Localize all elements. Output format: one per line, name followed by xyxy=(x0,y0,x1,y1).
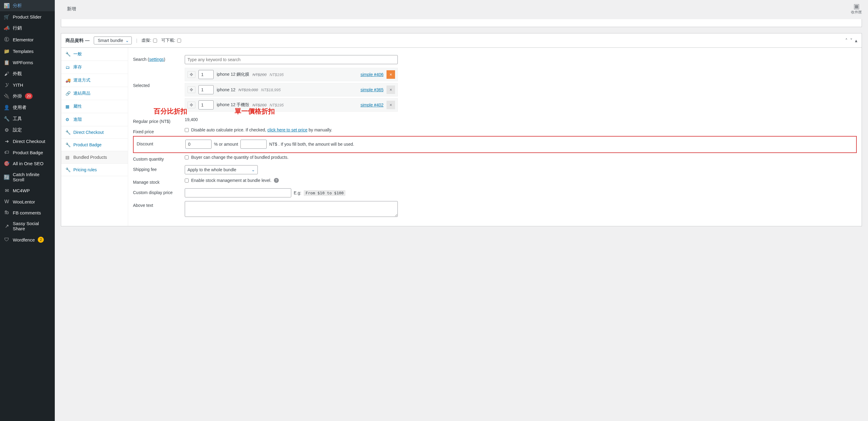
bundle-item-row: ✥ iphone 12 鋼化膜 NT$200 NT$195 simple #40… xyxy=(185,68,398,81)
tab-icon: 🔧 xyxy=(65,142,70,147)
menu-icon: 🔄 xyxy=(4,174,10,180)
sidebar-item[interactable]: ⒺElementor xyxy=(0,34,55,45)
sidebar-item[interactable]: ↗Sassy Social Share xyxy=(0,218,55,234)
panel-tab[interactable]: ▦屬性 xyxy=(61,100,128,113)
remove-button[interactable]: × xyxy=(386,101,395,109)
sidebar-item[interactable]: 📋WPForms xyxy=(0,57,55,68)
shipping-fee-select[interactable]: Apply to the whole bundle ⌄ xyxy=(185,165,258,174)
fixed-price-checkbox[interactable] xyxy=(185,128,189,132)
sidebar-item[interactable]: fbFB comments xyxy=(0,207,55,218)
product-data-postbox: 商品資料 — Smart bundle ⌄ | 虛擬: 可下載: ˄ ˅ ▴ � xyxy=(61,33,862,226)
panel-tab[interactable]: ⚙進階 xyxy=(61,113,128,126)
manage-stock-checkbox[interactable] xyxy=(185,179,189,183)
remove-button[interactable]: × xyxy=(386,86,395,94)
sidebar-item[interactable]: ⚙設定 xyxy=(0,124,55,136)
discount-amount-input[interactable] xyxy=(241,140,267,149)
panel-tab[interactable]: 🔗連結商品 xyxy=(61,87,128,100)
sidebar-item[interactable]: 𝓨YITH xyxy=(0,79,55,90)
sidebar-item[interactable]: 🎯All in One SEO xyxy=(0,158,55,169)
help-icon[interactable]: ? xyxy=(274,178,279,183)
menu-label: Product Badge xyxy=(13,150,43,155)
menu-icon: Ⓔ xyxy=(4,36,10,43)
sidebar-item[interactable]: 🖌外觀 xyxy=(0,68,55,79)
menu-icon: 📊 xyxy=(4,3,10,8)
remove-button[interactable]: × xyxy=(386,70,395,79)
tab-icon: ▤ xyxy=(65,155,70,160)
search-input[interactable] xyxy=(185,55,398,64)
sidebar-item[interactable]: 🔌外掛20 xyxy=(0,90,55,102)
menu-icon: 🖌 xyxy=(4,71,10,77)
admin-sidebar: 📊分析🛒Product Slider📣行銷ⒺElementor📁Template… xyxy=(0,0,55,238)
sidebar-item[interactable]: 🔄Catch Infinite Scroll xyxy=(0,169,55,185)
panel-tabs: 🔧一般🗂庫存🚚運送方式🔗連結商品▦屬性⚙進階🔧Direct Checkout🔧P… xyxy=(61,48,128,226)
drag-handle[interactable]: ✥ xyxy=(187,87,195,93)
custom-quantity-checkbox[interactable] xyxy=(185,156,189,159)
editor-placeholder xyxy=(61,19,862,27)
menu-label: 設定 xyxy=(13,127,22,133)
sidebar-item[interactable]: 🛒Product Slider xyxy=(0,11,55,23)
tab-icon: ⚙ xyxy=(65,117,70,122)
menu-label: Direct Checkout xyxy=(13,139,45,144)
set-price-link[interactable]: click here to set price xyxy=(268,127,308,132)
custom-display-price-label: Custom display price xyxy=(133,188,185,195)
sidebar-item[interactable]: 📊分析 xyxy=(0,0,55,11)
menu-label: YITH xyxy=(13,83,23,88)
downloadable-checkbox[interactable] xyxy=(177,39,181,42)
bundle-item-link[interactable]: simple #365 xyxy=(361,87,384,92)
bundled-products-panel: Search (settings) Selected ✥ iphone 12 鋼… xyxy=(128,48,862,226)
panel-tab[interactable]: 🚚運送方式 xyxy=(61,74,128,87)
custom-display-price-input[interactable] xyxy=(185,188,291,197)
virtual-checkbox[interactable] xyxy=(153,39,157,42)
sidebar-item[interactable]: WWooLentor xyxy=(0,196,55,207)
discount-percent-input[interactable] xyxy=(185,140,212,149)
inbox-button[interactable]: ▣ 收件匣 xyxy=(851,3,862,15)
bundle-item-qty-input[interactable] xyxy=(198,85,214,94)
above-text-textarea[interactable] xyxy=(185,201,398,217)
bundle-item-link[interactable]: simple #406 xyxy=(361,72,384,77)
manage-stock-label: Manage stock xyxy=(133,178,185,185)
product-type-select[interactable]: Smart bundle ⌄ xyxy=(94,36,132,44)
move-down-button[interactable]: ˅ xyxy=(850,38,852,43)
bundle-item-name: iphone 12 xyxy=(217,87,236,92)
panel-tab[interactable]: 🗂庫存 xyxy=(61,61,128,74)
panel-tab[interactable]: 🔧Direct Checkout xyxy=(61,126,128,139)
content-wrap: 新增 ▣ 收件匣 商品資料 — Smart bundle ⌄ | 虛擬: 可下載… xyxy=(55,0,868,238)
menu-icon: 🛒 xyxy=(4,14,10,20)
menu-icon: W xyxy=(4,199,10,204)
toggle-button[interactable]: ▴ xyxy=(855,38,857,43)
tab-label: 一般 xyxy=(73,52,82,57)
panel-tab[interactable]: ▤Bundled Products xyxy=(61,151,128,164)
panel-tab[interactable]: 🔧Pricing rules xyxy=(61,164,128,176)
discount-label: Discount xyxy=(137,140,185,146)
sidebar-item[interactable]: 📣行銷 xyxy=(0,23,55,34)
menu-label: 工具 xyxy=(13,116,22,122)
sidebar-item[interactable]: 🛡Wordfence2 xyxy=(0,234,55,238)
menu-label: Sassy Social Share xyxy=(13,221,51,231)
menu-icon: 𝓨 xyxy=(4,82,10,88)
menu-label: Elementor xyxy=(13,37,33,42)
sidebar-item[interactable]: 🔧工具 xyxy=(0,113,55,124)
regular-price-value: 19,400 xyxy=(185,117,857,122)
menu-label: FB comments xyxy=(13,210,41,215)
postbox-title: 商品資料 — xyxy=(65,38,90,43)
sidebar-item[interactable]: 👤使用者 xyxy=(0,102,55,113)
tab-label: 庫存 xyxy=(73,64,82,70)
bundle-item-link[interactable]: simple #402 xyxy=(361,102,384,107)
bundle-item-qty-input[interactable] xyxy=(198,70,214,79)
menu-icon: 🎯 xyxy=(4,161,10,166)
panel-tab[interactable]: 🔧一般 xyxy=(61,48,128,61)
sidebar-item[interactable]: ✉MC4WP xyxy=(0,185,55,196)
sidebar-item[interactable]: ➜Direct Checkout xyxy=(0,136,55,147)
bundle-item-price: NT$195 xyxy=(270,72,284,77)
menu-label: 分析 xyxy=(13,3,22,8)
downloadable-label: 可下載: xyxy=(161,38,175,43)
tab-label: 運送方式 xyxy=(73,77,90,83)
search-settings-link[interactable]: settings xyxy=(149,57,164,62)
move-up-button[interactable]: ˄ xyxy=(845,38,847,43)
sidebar-item[interactable]: 📁Templates xyxy=(0,45,55,57)
postbox-header: 商品資料 — Smart bundle ⌄ | 虛擬: 可下載: ˄ ˅ ▴ xyxy=(61,33,862,48)
sidebar-item[interactable]: 🏷Product Badge xyxy=(0,147,55,158)
panel-tab[interactable]: 🔧Product Badge xyxy=(61,139,128,151)
menu-label: All in One SEO xyxy=(13,161,43,166)
drag-handle[interactable]: ✥ xyxy=(187,71,195,78)
